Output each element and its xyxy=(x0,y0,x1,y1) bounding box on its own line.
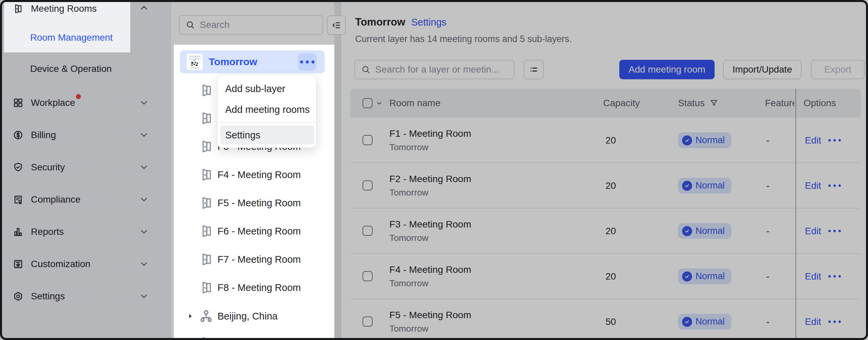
chevron-down-icon[interactable] xyxy=(139,162,149,172)
check-circle-icon xyxy=(682,181,692,191)
check-circle-icon xyxy=(682,317,692,327)
chevron-down-icon[interactable] xyxy=(139,130,149,140)
edit-link[interactable]: Edit xyxy=(805,163,821,208)
row-more-actions[interactable] xyxy=(828,299,841,340)
row-checkbox[interactable] xyxy=(363,226,373,236)
chevron-up-icon[interactable] xyxy=(139,3,149,13)
row-checkbox[interactable] xyxy=(363,180,373,191)
chevron-down-icon[interactable] xyxy=(139,291,149,301)
page-subtitle: Current layer has 14 meeting rooms and 5… xyxy=(355,34,571,44)
select-all-checkbox[interactable] xyxy=(363,98,373,108)
room-sign-thumbnail xyxy=(187,54,203,70)
room-layer: Tomorrow xyxy=(390,233,471,243)
room-search[interactable]: Search for a layer or meetin... xyxy=(354,60,515,79)
tree-item-tomorrow[interactable]: Tomorrow xyxy=(180,50,324,73)
sidebar-item-settings[interactable]: Settings xyxy=(0,287,171,306)
edit-link[interactable]: Edit xyxy=(805,299,821,340)
status-badge: Normal xyxy=(678,223,732,239)
menu-item-add-sub-layer[interactable]: Add sub-layer xyxy=(217,78,317,100)
row-more-actions[interactable] xyxy=(828,254,841,299)
room-name: F2 - Meeting Room xyxy=(390,173,471,185)
tree-item-room[interactable]: F4 - Meeting Room xyxy=(171,165,340,185)
list-view-button[interactable] xyxy=(524,60,544,79)
bar-chart-icon xyxy=(13,226,24,237)
room-name: F5 - Meeting Room xyxy=(390,309,471,320)
door-icon xyxy=(199,111,214,125)
column-feature: Feature xyxy=(765,89,795,118)
page-title: Tomorrow xyxy=(355,16,405,28)
frame-star-icon xyxy=(13,259,24,270)
dollar-icon xyxy=(13,130,24,140)
sidebar-item-workplace[interactable]: Workplace xyxy=(0,93,171,112)
settings-link[interactable]: Settings xyxy=(411,17,446,28)
sidebar-item-room-management[interactable]: Room Management xyxy=(0,28,171,47)
room-layer: Tomorrow xyxy=(390,188,471,198)
column-status: Status xyxy=(678,89,719,118)
edit-link[interactable]: Edit xyxy=(805,254,821,299)
room-feature: - xyxy=(766,254,769,299)
main-content: Tomorrow Settings Current layer has 14 m… xyxy=(340,0,868,340)
menu-item-settings[interactable]: Settings xyxy=(220,126,314,144)
caret-right-icon[interactable] xyxy=(187,312,194,320)
chevron-down-icon[interactable] xyxy=(139,227,149,237)
sidebar-item-customization[interactable]: Customization xyxy=(0,255,171,274)
row-more-actions[interactable] xyxy=(828,163,841,208)
tree-item-room[interactable]: F7 - Meeting Room xyxy=(171,249,340,270)
sidebar-item-device-operation[interactable]: Device & Operation xyxy=(0,59,171,78)
import-update-button[interactable]: Import/Update xyxy=(723,60,802,79)
row-checkbox[interactable] xyxy=(363,271,373,281)
table-header: Room name Capacity Status Feature Option… xyxy=(350,89,861,118)
shield-icon xyxy=(13,162,24,173)
door-icon xyxy=(199,83,214,97)
menu-item-add-meeting-rooms[interactable]: Add meeting rooms xyxy=(217,99,317,120)
tree-item-room[interactable]: F6 - Meeting Room xyxy=(171,221,340,241)
room-capacity: 50 xyxy=(606,299,616,340)
door-icon xyxy=(199,196,214,210)
sidebar-item-reports[interactable]: Reports xyxy=(0,222,171,241)
room-capacity: 20 xyxy=(606,118,616,163)
sidebar-item-billing[interactable]: Billing xyxy=(0,126,171,144)
table-row: F5 - Meeting Room Tomorrow 50 Normal - E… xyxy=(350,299,861,340)
chevron-down-icon[interactable] xyxy=(139,98,149,108)
room-capacity: 20 xyxy=(606,163,616,208)
room-layer: Tomorrow xyxy=(390,278,471,289)
tree-search[interactable]: Search xyxy=(179,15,323,35)
tree-item-room[interactable]: F8 - Meeting Room xyxy=(171,278,340,298)
sidebar: Meeting Rooms Room Management Device & O… xyxy=(0,0,171,340)
sidebar-item-label: Meeting Rooms xyxy=(31,3,97,14)
tree-search-placeholder: Search xyxy=(200,20,229,30)
row-more-actions[interactable] xyxy=(828,118,841,163)
room-feature: - xyxy=(766,299,769,340)
edit-link[interactable]: Edit xyxy=(805,118,821,163)
door-icon xyxy=(199,281,214,295)
export-button[interactable]: Export xyxy=(811,60,865,79)
status-badge: Normal xyxy=(678,132,732,148)
collapse-panel-button[interactable] xyxy=(327,16,346,35)
sidebar-item-security[interactable]: Security xyxy=(0,158,171,177)
table-row: F4 - Meeting Room Tomorrow 20 Normal - E… xyxy=(350,254,861,299)
check-circle-icon xyxy=(682,272,692,282)
room-search-placeholder: Search for a layer or meetin... xyxy=(375,64,499,75)
row-more-actions[interactable] xyxy=(828,208,841,254)
chevron-down-icon[interactable] xyxy=(139,259,149,269)
row-checkbox[interactable] xyxy=(363,135,373,145)
chevron-down-icon[interactable] xyxy=(139,195,149,205)
check-circle-icon xyxy=(682,226,692,236)
tree-item-partial[interactable] xyxy=(171,335,340,340)
room-layer: Tomorrow xyxy=(390,142,471,152)
select-dropdown-icon[interactable] xyxy=(375,89,383,118)
add-meeting-room-button[interactable]: Add meeting room xyxy=(619,60,715,79)
more-actions-button[interactable] xyxy=(298,53,316,70)
sidebar-item-meeting-rooms[interactable]: Meeting Rooms xyxy=(0,0,171,18)
tree-item-location[interactable]: Beijing, China xyxy=(171,306,340,326)
row-checkbox[interactable] xyxy=(363,316,373,327)
rooms-table: Room name Capacity Status Feature Option… xyxy=(350,89,861,340)
edit-link[interactable]: Edit xyxy=(805,208,821,254)
certificate-icon xyxy=(13,194,24,205)
filter-icon[interactable] xyxy=(709,98,719,108)
sidebar-item-compliance[interactable]: Compliance xyxy=(0,190,171,209)
search-icon xyxy=(361,65,371,74)
column-room-name: Room name xyxy=(390,89,441,118)
tree-item-room[interactable]: F5 - Meeting Room xyxy=(171,193,340,213)
room-name: F1 - Meeting Room xyxy=(390,128,471,139)
